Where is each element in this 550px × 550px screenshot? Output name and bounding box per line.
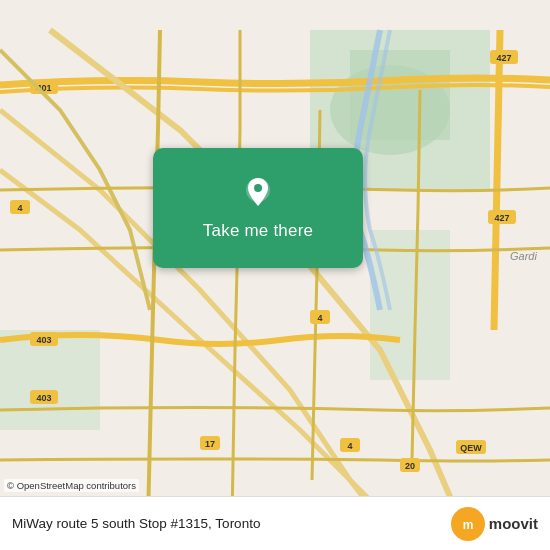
osm-attribution: © OpenStreetMap contributors <box>4 479 139 492</box>
map-svg: 401 427 427 4 403 403 <box>0 0 550 550</box>
svg-text:17: 17 <box>205 439 215 449</box>
svg-text:403: 403 <box>36 393 51 403</box>
map-container: 401 427 427 4 403 403 <box>0 0 550 550</box>
moovit-logo-text: moovit <box>489 515 538 532</box>
button-label: Take me there <box>203 221 313 241</box>
svg-text:427: 427 <box>496 53 511 63</box>
svg-text:427: 427 <box>494 213 509 223</box>
svg-text:4: 4 <box>317 313 322 323</box>
route-text: MiWay route 5 south Stop #1315, Toronto <box>12 515 441 533</box>
location-pin-icon <box>239 175 277 213</box>
svg-text:Gardi: Gardi <box>510 250 537 262</box>
svg-text:403: 403 <box>36 335 51 345</box>
svg-text:20: 20 <box>405 461 415 471</box>
svg-text:m: m <box>462 518 473 532</box>
take-me-there-button[interactable]: Take me there <box>153 148 363 268</box>
info-bar: MiWay route 5 south Stop #1315, Toronto … <box>0 496 550 550</box>
svg-text:4: 4 <box>347 441 352 451</box>
svg-text:4: 4 <box>17 203 22 213</box>
svg-point-30 <box>254 184 262 192</box>
svg-text:QEW: QEW <box>460 443 482 453</box>
moovit-logo: m moovit <box>451 507 538 541</box>
moovit-logo-icon: m <box>451 507 485 541</box>
